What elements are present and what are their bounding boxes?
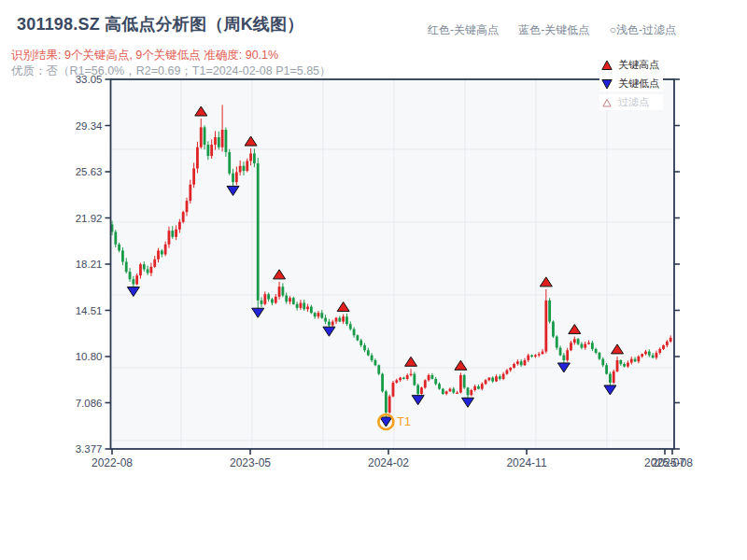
candle-body [577,339,580,343]
candle-body [438,384,441,388]
candle-body [573,339,576,343]
candle-body [459,375,462,393]
candle-body [463,375,466,387]
candle-body [619,360,622,364]
candle-body [506,371,509,374]
key-high-marker [569,325,581,334]
key-high-marker [195,106,207,116]
candle-body [616,360,619,371]
recognition-result-line: 识别结果: 9个关键高点, 9个关键低点 准确度: 90.1% [11,48,278,63]
y-tick-label: 3.377 [76,443,103,455]
candle-body [374,360,377,365]
candle-body [210,145,213,156]
candle-body [495,376,498,381]
key-low-marker [127,287,139,297]
candle-body [367,350,370,355]
candle-body [559,348,562,356]
candle-body [303,303,305,310]
key-low-marker [252,308,264,317]
candle-body [587,343,590,343]
candle-body [125,262,128,273]
candle-body [487,378,490,381]
candle-body [171,231,174,237]
candle-body [516,361,519,364]
candle-body [477,386,480,389]
candle-body [150,267,153,273]
key-high-marker [455,360,467,370]
key-high-marker [405,357,417,366]
legend-item-filtered: 过滤点 [599,94,663,110]
candle-body [456,393,458,394]
candle-body [111,224,114,231]
plot-background [111,79,675,449]
candle-body [338,318,341,322]
key-high-marker [337,302,349,312]
key-low-marker [227,186,239,195]
candle-body [261,301,263,304]
candle-body [381,374,384,392]
triangle-up-icon [601,60,613,71]
candle-body [467,387,470,395]
candle-body [320,313,323,317]
x-tick-label: 2025-08 [652,456,693,469]
candle-body [605,365,608,373]
candle-body [570,343,572,350]
candle-body [271,300,274,303]
candle-body [192,168,195,184]
candle-body [281,287,284,295]
candle-body [157,251,160,259]
candle-body [135,275,138,284]
candle-body [641,354,643,357]
candle-body [345,316,348,324]
candle-body [548,301,551,322]
candle-body [324,318,327,322]
candle-body [538,354,541,355]
candle-body [449,389,452,392]
candle-body [371,356,374,360]
candle-body [363,345,366,350]
candle-body [644,352,647,355]
candle-body [524,360,527,365]
key-high-marker [274,270,286,279]
candle-body [395,380,398,383]
candle-body [431,375,434,379]
candle-body [652,356,655,358]
candle-body [388,397,391,413]
candle-body [630,359,633,363]
candle-body [627,363,629,367]
candle-body [335,318,338,322]
candle-body [530,356,533,357]
candle-body [246,161,248,171]
t1-ring [378,414,393,429]
candle-body [296,304,299,308]
y-tick-label: 25.63 [76,166,103,177]
candle-body [481,384,484,388]
candle-body [232,174,234,182]
candle-body [168,231,171,245]
candle-body [485,380,487,384]
candle-body [257,163,260,301]
candle-body [542,352,544,355]
candle-body [566,350,569,360]
key-low-marker [412,396,424,405]
candle-body [637,357,640,361]
candle-body [328,322,331,326]
key-low-marker [604,385,616,395]
kline-analysis-page: 301198.SZ 高低点分析图（周K线图） 红色-关键高点 蓝色-关键低点 ○… [0,0,747,560]
candle-body [275,297,277,303]
candle-body [132,279,134,284]
candle-body [314,313,317,316]
x-tick-label: 2022-08 [92,456,133,469]
candle-body [182,212,185,222]
key-high-marker [612,344,624,354]
candle-body [552,322,555,337]
candle-body [139,264,142,275]
candle-body [118,245,120,251]
candle-body [584,344,586,348]
candle-body [129,272,132,279]
candle-body [595,349,598,353]
candle-body [342,316,345,321]
x-tick-label: 2023-05 [230,456,271,469]
candle-body [200,127,203,147]
candle-body [648,352,651,356]
